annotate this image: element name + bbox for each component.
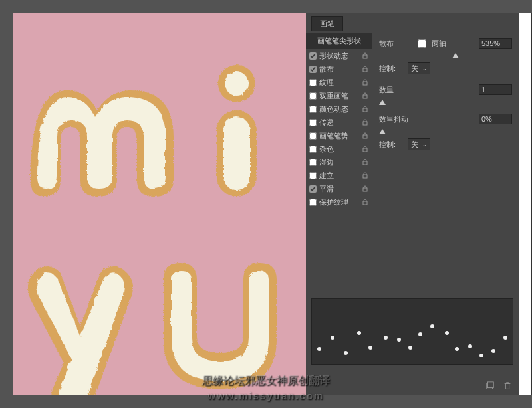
count-label: 数里 <box>379 85 412 95</box>
option-checkbox[interactable] <box>309 146 317 153</box>
option-label: 传递 <box>319 118 359 128</box>
scatter-slider[interactable] <box>379 52 512 60</box>
lock-icon[interactable] <box>362 79 368 86</box>
count-jitter-control-dropdown[interactable]: 关⌄ <box>408 138 430 150</box>
svg-rect-15 <box>363 201 367 205</box>
lock-icon[interactable] <box>362 66 368 72</box>
svg-rect-6 <box>363 82 367 85</box>
option-checkbox[interactable] <box>309 79 317 86</box>
control2-label: 控制: <box>379 140 402 150</box>
lock-icon[interactable] <box>362 52 368 59</box>
option-checkbox[interactable] <box>309 199 317 206</box>
preview-dot <box>503 336 507 340</box>
option-checkbox[interactable] <box>309 132 317 140</box>
option-label: 建立 <box>319 171 359 181</box>
option-label: 双重画笔 <box>319 91 359 101</box>
both-axes-checkbox[interactable] <box>418 39 426 48</box>
option-label: 湿边 <box>319 157 359 167</box>
preview-dot <box>430 324 434 328</box>
chevron-down-icon: ⌄ <box>422 66 427 72</box>
trash-icon[interactable] <box>503 381 512 391</box>
option-label: 形状动态 <box>319 51 359 61</box>
scatter-value-field[interactable] <box>479 38 512 49</box>
option-checkbox[interactable] <box>309 185 317 193</box>
brush-option-6[interactable]: 画笔笔势 <box>306 129 372 142</box>
svg-rect-8 <box>363 108 367 112</box>
svg-rect-13 <box>363 175 367 178</box>
option-checkbox[interactable] <box>309 119 317 126</box>
lock-icon[interactable] <box>362 185 368 192</box>
lock-icon[interactable] <box>362 92 368 99</box>
brush-option-11[interactable]: 保护纹理 <box>306 195 372 209</box>
preview-dot <box>408 346 412 350</box>
preview-dot <box>418 332 422 336</box>
preview-dot <box>384 336 388 340</box>
preview-dot <box>445 331 449 335</box>
option-checkbox[interactable] <box>309 159 317 166</box>
brush-option-10[interactable]: 平滑 <box>306 182 372 195</box>
brush-option-5[interactable]: 传递 <box>306 116 372 129</box>
option-label: 散布 <box>319 64 359 74</box>
brush-option-1[interactable]: 散布 <box>306 62 372 76</box>
preview-dot <box>331 336 334 340</box>
svg-rect-9 <box>363 122 367 125</box>
option-checkbox[interactable] <box>309 106 317 113</box>
preview-dot <box>468 344 472 348</box>
svg-rect-5 <box>363 68 367 72</box>
option-label: 平滑 <box>319 184 359 194</box>
option-checkbox[interactable] <box>309 172 317 179</box>
lock-icon[interactable] <box>362 146 368 152</box>
lock-icon[interactable] <box>362 119 368 126</box>
option-label: 颜色动态 <box>319 104 359 114</box>
chevron-down-icon: ⌄ <box>422 142 427 148</box>
new-preset-icon[interactable] <box>485 381 495 391</box>
lock-icon[interactable] <box>362 199 368 205</box>
svg-rect-3 <box>223 116 249 189</box>
option-label: 杂色 <box>319 144 359 154</box>
preview-dot <box>479 354 483 357</box>
preview-dot <box>455 347 459 351</box>
brush-tip-shape-header[interactable]: 画笔笔尖形状 <box>306 33 372 49</box>
brush-option-0[interactable]: 形状动态 <box>306 49 372 62</box>
control-label: 控制: <box>379 64 402 74</box>
canvas-area[interactable] <box>13 13 306 395</box>
brush-tab[interactable]: 画笔 <box>311 16 343 31</box>
svg-rect-4 <box>363 55 367 58</box>
lock-icon[interactable] <box>362 159 368 165</box>
option-label: 画笔笔势 <box>319 131 359 141</box>
scatter-label: 散布 <box>379 39 412 49</box>
lock-icon[interactable] <box>362 106 368 112</box>
brush-option-9[interactable]: 建立 <box>306 169 372 182</box>
svg-rect-12 <box>363 161 367 165</box>
cookie-text-art <box>13 13 306 395</box>
svg-rect-10 <box>363 135 367 138</box>
count-jitter-label: 数里抖动 <box>379 114 412 124</box>
count-jitter-slider[interactable] <box>379 128 512 136</box>
count-jitter-field[interactable] <box>479 114 512 124</box>
lock-icon[interactable] <box>362 132 368 139</box>
option-label: 保护纹理 <box>319 197 359 207</box>
option-checkbox[interactable] <box>309 52 317 60</box>
count-value-field[interactable] <box>479 84 512 95</box>
preview-dot <box>357 331 361 335</box>
brush-option-8[interactable]: 湿边 <box>306 155 372 169</box>
preview-dot <box>317 347 321 351</box>
lock-icon[interactable] <box>362 172 368 179</box>
preview-dot <box>491 349 495 353</box>
brush-preview <box>311 298 513 365</box>
brush-option-2[interactable]: 纹理 <box>306 76 372 89</box>
brush-option-4[interactable]: 颜色动态 <box>306 102 372 116</box>
brush-panel: 画笔 画笔笔尖形状 形状动态散布纹理双重画笔颜色动态传递画笔笔势杂色湿边建立平滑… <box>306 13 519 395</box>
scatter-control-dropdown[interactable]: 关⌄ <box>408 62 430 74</box>
svg-rect-14 <box>363 188 367 191</box>
svg-rect-7 <box>363 95 367 98</box>
brush-option-7[interactable]: 杂色 <box>306 142 372 155</box>
preview-dot <box>397 338 401 342</box>
count-slider[interactable] <box>379 98 512 106</box>
preview-dot <box>344 351 348 355</box>
option-checkbox[interactable] <box>309 66 317 73</box>
option-label: 纹理 <box>319 78 359 88</box>
brush-option-3[interactable]: 双重画笔 <box>306 89 372 102</box>
both-axes-label: 两轴 <box>432 39 446 49</box>
option-checkbox[interactable] <box>309 92 317 100</box>
